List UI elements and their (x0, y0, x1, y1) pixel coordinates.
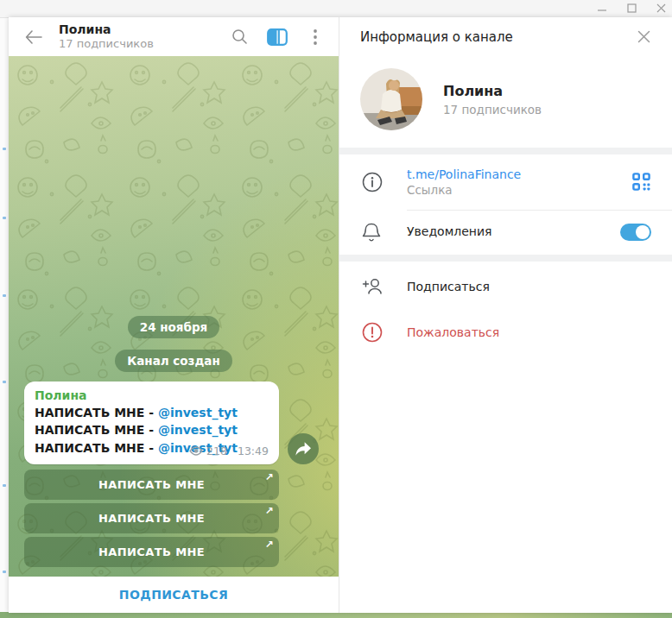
search-icon[interactable] (225, 22, 254, 52)
inline-button-write-me[interactable]: НАПИСАТЬ МНЕ ↗ (24, 537, 279, 567)
background-window-strip (0, 612, 672, 618)
service-message[interactable]: Канал создан (115, 350, 232, 372)
channel-info-panel: Информация о канале (339, 17, 672, 613)
telegram-window: Полина 17 подписчиков (9, 17, 672, 613)
channel-name: Полина (443, 83, 542, 99)
panel-header: Информация о канале (339, 17, 672, 56)
message-meta: 218 13:49 (189, 445, 269, 457)
chat-area: 24 ноября Канал создан Полина НАПИСАТЬ М… (9, 56, 339, 577)
notifications-toggle[interactable] (620, 224, 651, 241)
info-icon (362, 172, 383, 192)
inline-button-write-me[interactable]: НАПИСАТЬ МНЕ ↗ (24, 470, 279, 500)
report-action-label: Пожаловаться (407, 325, 499, 339)
close-panel-icon[interactable] (629, 22, 658, 52)
screen: Полина 17 подписчиков (0, 0, 672, 618)
chat-title: Полина (59, 22, 225, 38)
minimize-button[interactable] (596, 2, 608, 14)
subscribe-action-label: Подписаться (407, 280, 490, 293)
maximize-button[interactable] (625, 2, 637, 14)
message-author[interactable]: Полина (35, 388, 269, 402)
chat-title-block[interactable]: Полина 17 подписчиков (59, 22, 225, 52)
inline-button-label: НАПИСАТЬ МНЕ (98, 545, 205, 558)
add-user-icon (362, 277, 384, 296)
external-link-arrow-icon: ↗ (265, 472, 274, 482)
subscribe-label: ПОДПИСАТЬСЯ (119, 588, 228, 602)
subscribe-action-row[interactable]: Подписаться (339, 267, 672, 306)
message-list: 24 ноября Канал создан Полина НАПИСАТЬ М… (9, 316, 339, 577)
inline-button-label: НАПИСАТЬ МНЕ (98, 512, 205, 525)
message-text: НАПИСАТЬ МНЕ - (35, 423, 154, 437)
message-bubble[interactable]: Полина НАПИСАТЬ МНЕ - @invest_tyt НАПИСА… (24, 382, 279, 464)
back-icon[interactable] (21, 24, 47, 50)
chat-subtitle: 17 подписчиков (59, 37, 225, 51)
report-icon (362, 322, 383, 343)
section-divider (339, 148, 672, 154)
avatar[interactable] (360, 68, 422, 130)
message-text: НАПИСАТЬ МНЕ - (35, 406, 154, 419)
inline-button-write-me[interactable]: НАПИСАТЬ МНЕ ↗ (24, 503, 279, 533)
message-line: НАПИСАТЬ МНЕ - @invest_tyt (35, 404, 269, 421)
window-titlebar (0, 0, 672, 17)
forward-arrow-icon (295, 441, 312, 457)
bell-icon (362, 222, 381, 243)
channel-link-label: Ссылка (407, 183, 632, 199)
subscribe-button[interactable]: ПОДПИСАТЬСЯ (9, 577, 339, 613)
views-eye-icon (189, 446, 203, 456)
menu-icon[interactable] (301, 22, 330, 52)
inline-keyboard: НАПИСАТЬ МНЕ ↗ НАПИСАТЬ МНЕ ↗ НАПИСАТЬ М… (9, 464, 339, 567)
external-link-arrow-icon: ↗ (265, 539, 274, 550)
inline-button-label: НАПИСАТЬ МНЕ (98, 478, 205, 491)
mention-link[interactable]: @invest_tyt (158, 423, 238, 437)
chat-header: Полина 17 подписчиков (9, 17, 339, 56)
notifications-label: Уведомления (407, 224, 491, 238)
date-badge[interactable]: 24 ноября (128, 316, 220, 338)
message-text: НАПИСАТЬ МНЕ - (35, 441, 154, 455)
toggle-sidebar-icon[interactable] (263, 22, 292, 52)
panel-title: Информация о канале (360, 29, 629, 45)
message-time: 13:49 (238, 445, 269, 457)
chat-column: Полина 17 подписчиков (9, 17, 339, 613)
background-window-edge (0, 17, 9, 618)
message-line: НАПИСАТЬ МНЕ - @invest_tyt (35, 421, 269, 438)
qr-code-icon[interactable] (632, 173, 651, 192)
external-link-arrow-icon: ↗ (265, 506, 274, 516)
channel-link-row[interactable]: t.me/PolinaFinance Ссылка (339, 154, 672, 210)
section-divider (339, 255, 672, 262)
close-window-button[interactable] (655, 2, 667, 14)
views-count: 218 (206, 445, 227, 457)
notifications-row[interactable]: Уведомления (339, 211, 672, 255)
message-row: Полина НАПИСАТЬ МНЕ - @invest_tyt НАПИСА… (9, 382, 339, 464)
channel-subscribers: 17 подписчиков (443, 103, 542, 117)
share-button[interactable] (288, 433, 319, 464)
channel-link[interactable]: t.me/PolinaFinance (407, 167, 632, 182)
channel-profile: Полина 17 подписчиков (339, 56, 672, 148)
mention-link[interactable]: @invest_tyt (158, 406, 238, 419)
report-action-row[interactable]: Пожаловаться (339, 312, 672, 353)
